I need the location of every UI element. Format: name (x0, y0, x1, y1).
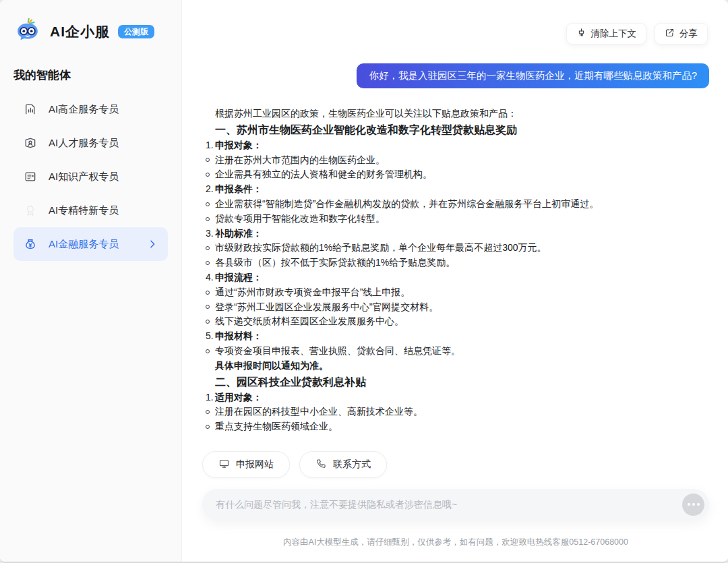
assistant-line-num: 1.申报对象： (206, 138, 709, 153)
user-message-row: 你好，我是入驻园区三年的一家生物医药企业，近期有哪些贴息政策和产品? (202, 63, 709, 88)
action-button-2[interactable]: 联系方式 (299, 451, 387, 478)
action-button-label: 联系方式 (333, 458, 371, 471)
bullet-icon (206, 291, 210, 295)
assistant-line-h3: 二、园区科技企业贷款利息补贴 (206, 374, 709, 390)
disclaimer-text: 内容由AI大模型生成，请仔细甄别，仅供参考，如有问题，欢迎致电热线客服0512-… (182, 520, 728, 562)
assistant-action-row: 申报网站联系方式 (202, 451, 709, 478)
assistant-line-num: 4.申报流程： (206, 270, 709, 285)
bullet-icon (206, 320, 210, 324)
medal-icon (24, 204, 37, 217)
chat-messages: 你好，我是入驻园区三年的一家生物医药企业，近期有哪些贴息政策和产品? 根据苏州工… (182, 45, 728, 489)
doc-chart-icon (24, 102, 37, 116)
assistant-line-bullet: 注册在园区的科技型中小企业、高新技术企业等。 (206, 405, 709, 419)
bullet-icon (206, 261, 210, 265)
talent-badge-icon (24, 136, 37, 150)
sidebar-item-1[interactable]: AI高企服务专员 (13, 92, 168, 126)
assistant-line-num: 3.补助标准： (206, 227, 709, 241)
bullet-icon (206, 410, 210, 414)
sidebar: AI企小服 公测版 我的智能体 AI高企服务专员AI人才服务专员AI知识产权专员… (0, 0, 182, 562)
action-button-1[interactable]: 申报网站 (202, 451, 290, 478)
assistant-line-bullet: 通过“苏州市财政专项资金申报平台”线上申报。 (206, 285, 709, 300)
sidebar-item-label: AI知识产权专员 (49, 171, 119, 183)
assistant-line-num: 2.申报条件： (206, 182, 709, 197)
money-bag-icon (24, 237, 37, 251)
assistant-line-bullet: 市级财政按实际贷款额的1%给予贴息奖励，单个企业每年最高不超过300万元。 (206, 241, 709, 256)
agent-list: AI高企服务专员AI人才服务专员AI知识产权专员AI专精特新专员AI金融服务专员 (13, 92, 168, 261)
chat-input[interactable] (216, 499, 682, 510)
assistant-line-bullet: 企业需具有独立的法人资格和健全的财务管理机构。 (206, 167, 709, 182)
toolbar: 清除上下文 分享 (182, 0, 728, 45)
assistant-line-num: 5.申报材料： (206, 329, 709, 344)
app-title: AI企小服 (50, 22, 110, 41)
assistant-line-bold: 具体申报时间以通知为准。 (206, 359, 709, 374)
sidebar-item-2[interactable]: AI人才服务专员 (13, 126, 168, 160)
clear-context-label: 清除上下文 (591, 28, 637, 40)
composer (202, 489, 709, 520)
bullet-icon (206, 246, 210, 250)
sidebar-item-label: AI金融服务专员 (49, 238, 119, 251)
share-icon (665, 28, 675, 40)
monitor-icon (218, 458, 230, 471)
bullet-icon (206, 305, 210, 309)
assistant-line-h3: 一、苏州市生物医药企业智能化改造和数字化转型贷款贴息奖励 (206, 121, 709, 138)
assistant-line-text: 根据苏州工业园区的政策，生物医药企业可以关注以下贴息政策和产品： (206, 107, 709, 121)
bullet-icon (206, 173, 210, 177)
sidebar-item-5[interactable]: AI金融服务专员 (13, 227, 168, 261)
chevron-right-icon (147, 239, 158, 249)
chat-main: 清除上下文 分享 你好，我是入驻园区三年的一家生物医药企业，近期有哪些贴息政策和… (182, 0, 728, 562)
user-message-bubble: 你好，我是入驻园区三年的一家生物医药企业，近期有哪些贴息政策和产品? (357, 63, 709, 88)
sidebar-heading: 我的智能体 (13, 67, 168, 83)
action-button-label: 申报网站 (236, 458, 274, 471)
phone-icon (315, 458, 327, 471)
sidebar-item-label: AI高企服务专员 (49, 103, 119, 116)
clear-icon (576, 28, 586, 40)
assistant-line-num: 1.适用对象： (206, 390, 709, 405)
app-window: AI企小服 公测版 我的智能体 AI高企服务专员AI人才服务专员AI知识产权专员… (0, 0, 728, 563)
assistant-line-bullet: 注册在苏州大市范围内的生物医药企业。 (206, 153, 709, 168)
bullet-icon (206, 349, 210, 353)
send-button[interactable] (682, 494, 704, 516)
sidebar-item-3[interactable]: AI知识产权专员 (13, 160, 168, 194)
assistant-line-bullet: 重点支持生物医药领域企业。 (206, 419, 709, 434)
share-label: 分享 (679, 28, 698, 40)
bullet-icon (206, 202, 210, 206)
certificate-icon (24, 170, 37, 183)
bullet-icon (206, 425, 210, 429)
beta-badge: 公测版 (118, 25, 154, 38)
bullet-icon (206, 217, 210, 221)
clear-context-button[interactable]: 清除上下文 (566, 23, 647, 45)
bullet-icon (206, 158, 210, 162)
assistant-line-bullet: 企业需获得“智能制造贷”合作金融机构发放的贷款，并在苏州综合金融服务平台上初审通… (206, 197, 709, 212)
assistant-line-bullet: 线下递交纸质材料至园区企业发展服务中心。 (206, 314, 709, 329)
sidebar-item-label: AI人才服务专员 (49, 137, 119, 150)
sidebar-item-label: AI专精特新专员 (49, 204, 119, 217)
app-logo-icon (13, 18, 42, 46)
assistant-line-bullet: 各县级市（区）按不低于实际贷款额的1%给予贴息奖励。 (206, 256, 709, 270)
assistant-message: 根据苏州工业园区的政策，生物医药企业可以关注以下贴息政策和产品：一、苏州市生物医… (202, 107, 709, 434)
share-button[interactable]: 分享 (655, 23, 708, 45)
assistant-line-bullet: 登录“苏州工业园区企业发展服务中心”官网提交材料。 (206, 300, 709, 315)
assistant-line-bullet: 贷款专项用于智能化改造和数字化转型。 (206, 212, 709, 227)
assistant-line-bullet: 专项资金项目申报表、营业执照、贷款合同、结息凭证等。 (206, 344, 709, 359)
ellipsis-icon (688, 503, 690, 506)
sidebar-item-4[interactable]: AI专精特新专员 (13, 194, 168, 227)
brand: AI企小服 公测版 (13, 18, 168, 46)
